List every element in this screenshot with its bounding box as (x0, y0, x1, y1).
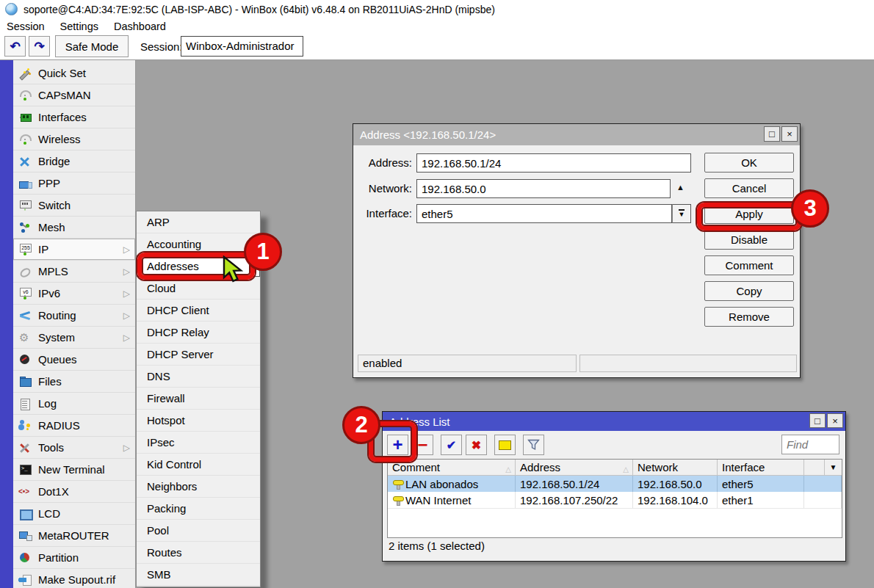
sidebar-item-lcd[interactable]: LCD (13, 503, 135, 525)
menu-dashboard[interactable]: Dashboard (107, 19, 175, 34)
sidebar-item-make-supout[interactable]: Make Supout.rif (13, 569, 135, 588)
user-key-icon (18, 420, 32, 432)
maximize-icon[interactable]: □ (809, 413, 826, 428)
sidebar-item-partition[interactable]: Partition (13, 547, 135, 569)
maximize-icon[interactable]: □ (764, 126, 780, 142)
submenu-item-pool[interactable]: Pool (137, 520, 260, 542)
address-list-titlebar: Address List □ × (383, 412, 845, 431)
filler-cell (804, 492, 842, 508)
ok-button[interactable]: OK (704, 153, 794, 173)
sidebar-item-mpls[interactable]: MPLS▷ (13, 261, 135, 283)
column-selector-button[interactable]: ▼ (824, 460, 842, 476)
column-header-interface[interactable]: Interface (718, 460, 804, 476)
address-dialog: Address <192.168.50.1/24> □ × Address: N… (353, 123, 801, 378)
sidebar-item-dot1x[interactable]: Dot1X (13, 481, 135, 503)
table-row[interactable]: LAN abonados 192.168.50.1/24 192.168.50.… (388, 476, 842, 492)
collapse-arrow-icon[interactable]: ▲ (676, 183, 685, 192)
winbox-logo-icon (5, 3, 18, 15)
address-cell: 192.168.50.1/24 (516, 476, 633, 492)
antenna-icon (18, 90, 32, 101)
sidebar-item-quick-set[interactable]: Quick Set (13, 62, 135, 84)
sidebar-item-ip[interactable]: IP▷ (13, 239, 135, 261)
submenu-item-arp[interactable]: ARP (137, 211, 260, 233)
filler-cell (804, 476, 842, 492)
sidebar-item-metarouter[interactable]: MetaROUTER (13, 525, 135, 547)
menu-session[interactable]: Session (0, 19, 54, 34)
interface-dropdown-button[interactable]: ▼ (672, 204, 691, 223)
cancel-button[interactable]: Cancel (704, 178, 794, 198)
address-table: Comment△ Address△ Network Interface LAN … (387, 459, 842, 538)
disable-item-button[interactable]: ✖ (466, 435, 487, 455)
undo-icon: ↶ (10, 40, 20, 53)
comment-item-button[interactable] (494, 435, 516, 455)
sidebar-item-new-terminal[interactable]: New Terminal (13, 459, 135, 481)
submenu-item-neighbors[interactable]: Neighbors (137, 476, 260, 498)
submenu-item-dhcp-server[interactable]: DHCP Server (137, 344, 260, 366)
app-title: soporte@C4:AD:34:7E:92:5C (LAB-ISP-ABC) … (24, 4, 495, 15)
address-input[interactable] (416, 153, 691, 173)
redo-button[interactable]: ↷ (29, 36, 50, 57)
undo-button[interactable]: ↶ (4, 36, 26, 57)
sidebar-item-system[interactable]: System▷ (13, 327, 135, 349)
submenu-item-kid-control[interactable]: Kid Control (137, 454, 260, 476)
column-header-address[interactable]: Address△ (516, 460, 633, 476)
close-icon[interactable]: × (781, 126, 798, 142)
sidebar-item-interfaces[interactable]: Interfaces (13, 106, 135, 128)
folder-icon (18, 376, 32, 388)
sidebar-item-wireless[interactable]: Wireless (13, 128, 135, 150)
submenu-arrow-icon: ▷ (123, 266, 130, 277)
export-file-icon (18, 574, 32, 586)
sidebar-item-mesh[interactable]: Mesh (13, 217, 135, 239)
interface-cell: ether5 (718, 476, 804, 492)
sidebar-item-ppp[interactable]: PPP (13, 173, 135, 195)
sidebar-item-switch[interactable]: Switch (13, 195, 135, 217)
submenu-item-dns[interactable]: DNS (137, 366, 260, 388)
close-icon[interactable]: × (827, 413, 843, 428)
submenu-arrow-icon: ▷ (123, 244, 130, 255)
sidebar-item-log[interactable]: Log (13, 393, 135, 415)
comment-note-icon (499, 440, 511, 450)
session-label: Session: (140, 40, 183, 53)
mpls-loop-icon (18, 266, 32, 277)
sidebar-item-bridge[interactable]: Bridge (13, 150, 135, 173)
column-header-network[interactable]: Network (633, 460, 718, 476)
interface-input[interactable] (416, 204, 672, 223)
sidebar-item-capsman[interactable]: CAPsMAN (13, 84, 135, 106)
column-header-comment[interactable]: Comment△ (388, 460, 516, 476)
sort-triangle-icon: △ (623, 462, 629, 477)
network-input[interactable] (416, 179, 671, 198)
address-item-icon (392, 479, 402, 489)
interface-field-label: Interface: (353, 204, 412, 223)
safe-mode-button[interactable]: Safe Mode (55, 35, 129, 57)
submenu-item-firewall[interactable]: Firewall (137, 388, 260, 410)
menu-settings[interactable]: Settings (54, 19, 107, 34)
comment-button[interactable]: Comment (704, 255, 794, 275)
submenu-item-smb[interactable]: SMB (137, 564, 260, 586)
dropdown-arrow-icon: ▼ (830, 463, 837, 471)
submenu-item-packing[interactable]: Packing (137, 498, 260, 520)
table-row[interactable]: WAN Internet 192.168.107.250/22 192.168.… (388, 492, 842, 509)
session-value-field[interactable]: Winbox-Administrador (181, 36, 303, 57)
funnel-icon (527, 439, 540, 451)
comment-cell: WAN Internet (388, 492, 516, 508)
remove-button[interactable]: Remove (704, 307, 794, 327)
filter-button[interactable] (523, 435, 544, 455)
submenu-item-dhcp-client[interactable]: DHCP Client (137, 300, 260, 322)
disable-button[interactable]: Disable (704, 230, 794, 250)
sidebar-item-files[interactable]: Files (13, 371, 135, 393)
submenu-item-routes[interactable]: Routes (137, 542, 260, 564)
annotation-circle-step1: 1 (244, 233, 282, 271)
address-dialog-title: Address <192.168.50.1/24> (360, 128, 496, 141)
redo-icon: ↷ (34, 40, 44, 53)
submenu-item-dhcp-relay[interactable]: DHCP Relay (137, 322, 260, 344)
find-input[interactable] (781, 435, 839, 454)
sidebar-item-ipv6[interactable]: IPv6▷ (13, 283, 135, 305)
copy-button[interactable]: Copy (704, 281, 794, 301)
enable-button[interactable]: ✔ (441, 435, 462, 455)
submenu-item-hotspot[interactable]: Hotspot (137, 410, 260, 432)
sidebar-item-tools[interactable]: Tools▷ (13, 437, 135, 459)
sidebar-item-radius[interactable]: RADIUS (13, 415, 135, 437)
submenu-item-ipsec[interactable]: IPsec (137, 432, 260, 454)
sidebar-item-routing[interactable]: Routing▷ (13, 305, 135, 327)
sidebar-item-queues[interactable]: Queues (13, 349, 135, 371)
